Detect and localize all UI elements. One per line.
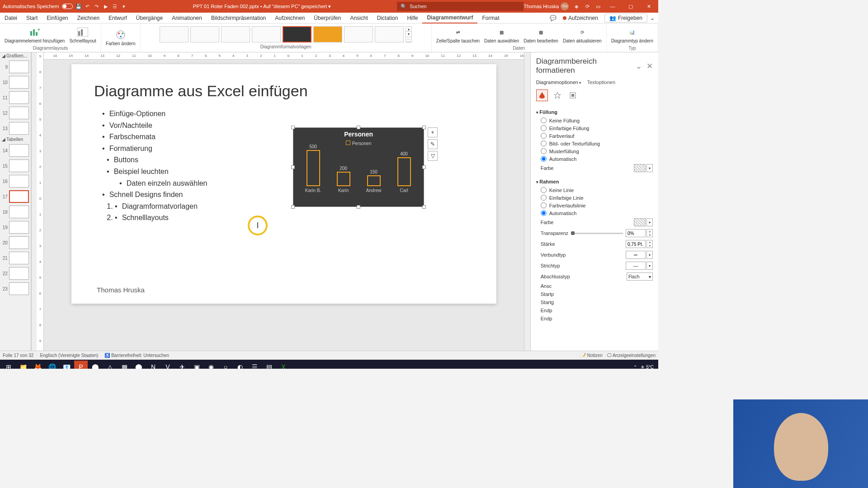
swap-row-col-button[interactable]: ⇄Zeile/Spalte tauschen	[434, 26, 481, 44]
taskbar-powerpoint[interactable]: P	[74, 361, 88, 369]
taskbar-explorer[interactable]: 📁	[16, 361, 30, 369]
chart-elements-button[interactable]: +	[428, 127, 438, 137]
menu-diagrammentwurf[interactable]: Diagrammentwurf	[422, 13, 477, 23]
tab-chart-options[interactable]: Diagrammoptionen▾	[536, 80, 581, 85]
chart-style-2[interactable]	[190, 26, 219, 42]
undo-icon[interactable]: ↶	[85, 3, 91, 9]
transparency-slider[interactable]	[571, 233, 623, 234]
taskbar-vlc[interactable]: △	[103, 361, 117, 369]
thumb-14[interactable]: 14	[0, 143, 31, 158]
transparency-input[interactable]	[626, 229, 646, 237]
menu-entwurf[interactable]: Entwurf	[104, 13, 132, 23]
border-color-swatch[interactable]	[634, 218, 646, 226]
taskbar-app4[interactable]: ▣	[190, 361, 203, 369]
dash-type-select[interactable]: —	[626, 262, 646, 270]
chart-style-5[interactable]	[283, 26, 311, 42]
redo-icon[interactable]: ↷	[94, 3, 100, 9]
tab-text-options[interactable]: Textoptionen	[587, 80, 615, 85]
taskbar-telegram[interactable]: ✈	[175, 361, 189, 369]
fill-color-dropdown[interactable]: ▾	[646, 164, 653, 172]
menu-aufzeichnen[interactable]: Aufzeichnen	[270, 13, 309, 23]
menu-einfugen[interactable]: Einfügen	[42, 13, 72, 23]
canvas-scrollbar[interactable]	[524, 52, 530, 351]
border-auto[interactable]: Automatisch	[536, 209, 653, 217]
taskbar-app5[interactable]: ○	[219, 361, 232, 369]
fill-color-swatch[interactable]	[634, 164, 646, 172]
taskbar-visio[interactable]: V	[161, 361, 175, 369]
taskbar-obs[interactable]: ◉	[204, 361, 218, 369]
chart-style-4[interactable]	[252, 26, 281, 42]
taskbar-app2[interactable]: ▦	[118, 361, 131, 369]
tray-expand-icon[interactable]: ⌃	[633, 365, 637, 369]
fill-none[interactable]: Keine Füllung	[536, 117, 653, 124]
border-section-header[interactable]: Rahmen	[536, 177, 653, 186]
menu-hilfe[interactable]: Hilfe	[402, 13, 422, 23]
taskbar-app6[interactable]: ◐	[233, 361, 247, 369]
resize-handle[interactable]	[357, 205, 360, 209]
resize-handle[interactable]	[291, 126, 295, 129]
menu-bildschirm[interactable]: Bildschirmpräsentation	[207, 13, 270, 23]
fill-pattern[interactable]: Musterfüllung	[536, 147, 653, 155]
menu-ubergange[interactable]: Übergänge	[132, 13, 167, 23]
quick-layout-button[interactable]: Schnelllayout	[67, 26, 98, 44]
section-grafiken[interactable]: ◢ Grafiken...	[0, 52, 31, 59]
taskbar-excel[interactable]: X	[277, 361, 290, 369]
resize-handle[interactable]	[422, 126, 426, 129]
resize-handle[interactable]	[291, 165, 295, 169]
taskbar-chrome[interactable]: 🌐	[45, 361, 59, 369]
taskbar-app8[interactable]: ▤	[262, 361, 276, 369]
cap-type-select[interactable]: Flach▾	[627, 272, 653, 281]
taskbar-app7[interactable]: ☰	[248, 361, 261, 369]
user-account[interactable]: Thomas Hruska TH	[524, 2, 569, 10]
taskbar-outlook[interactable]: 📧	[60, 361, 73, 369]
effects-icon[interactable]	[552, 89, 563, 101]
start-button[interactable]: ⊞	[2, 361, 15, 369]
sync-icon[interactable]: ⟳	[584, 3, 590, 9]
touch-icon[interactable]: ☰	[112, 3, 118, 9]
display-settings-button[interactable]: 🖵 Anzeigeeinstellungen	[607, 353, 656, 358]
thumb-16[interactable]: 16	[0, 174, 31, 189]
fill-picture[interactable]: Bild- oder Texturfüllung	[536, 140, 653, 147]
fill-gradient[interactable]: Farbverlauf	[536, 132, 653, 140]
slide-canvas[interactable]: Diagramme aus Excel einfügen Einfüge-Opt…	[71, 64, 496, 304]
panel-options-icon[interactable]: ⌄	[636, 61, 642, 71]
window-icon[interactable]: ▭	[595, 3, 601, 9]
notes-button[interactable]: 📝 Notizen	[580, 353, 603, 358]
thumb-15[interactable]: 15	[0, 158, 31, 174]
border-none[interactable]: Keine Linie	[536, 186, 653, 194]
add-chart-element-button[interactable]: + Diagrammelement hinzufügen	[3, 26, 66, 44]
chart-title[interactable]: Personen	[293, 128, 424, 141]
panel-close-icon[interactable]: ✕	[646, 61, 653, 71]
change-colors-button[interactable]: Farben ändern	[104, 28, 137, 47]
thumb-20[interactable]: 20	[0, 235, 31, 250]
minimize-button[interactable]: —	[606, 0, 619, 13]
menu-dictation[interactable]: Dictation	[373, 13, 403, 23]
border-color-dropdown[interactable]: ▾	[646, 218, 653, 226]
width-spinner[interactable]: ▴▾	[646, 240, 653, 248]
chart-object[interactable]: Personen Personen 500Karin B.200Karin150…	[293, 127, 424, 207]
menu-ansicht[interactable]: Ansicht	[345, 13, 372, 23]
thumb-scrollbar[interactable]	[31, 52, 37, 351]
thumb-22[interactable]: 22	[0, 266, 31, 281]
thumb-19[interactable]: 19	[0, 220, 31, 235]
thumb-11[interactable]: 11	[0, 90, 31, 105]
save-icon[interactable]: 💾	[75, 3, 82, 9]
chart-style-7[interactable]	[344, 26, 373, 42]
thumb-9[interactable]: 9	[0, 59, 31, 75]
chart-styles-button[interactable]: ✎	[428, 139, 438, 149]
chart-style-8[interactable]	[375, 26, 404, 42]
chart-style-6[interactable]	[313, 26, 342, 42]
weather-widget[interactable]: ☀ 5°C	[641, 365, 654, 369]
thumb-23[interactable]: 23	[0, 281, 31, 296]
thumb-17[interactable]: 17	[0, 189, 31, 204]
menu-animationen[interactable]: Animationen	[167, 13, 207, 23]
section-tabellen[interactable]: ◢ Tabellen	[0, 136, 31, 143]
thumb-12[interactable]: 12	[0, 105, 31, 121]
taskbar-firefox[interactable]: 🦊	[31, 361, 44, 369]
resize-handle[interactable]	[422, 165, 426, 169]
border-solid[interactable]: Einfarbige Linie	[536, 194, 653, 202]
resize-handle[interactable]	[291, 205, 295, 209]
fill-section-header[interactable]: Füllung	[536, 108, 653, 117]
record-button[interactable]: Aufzeichnen	[559, 14, 602, 23]
search-box[interactable]: 🔍 Suchen	[397, 2, 524, 11]
